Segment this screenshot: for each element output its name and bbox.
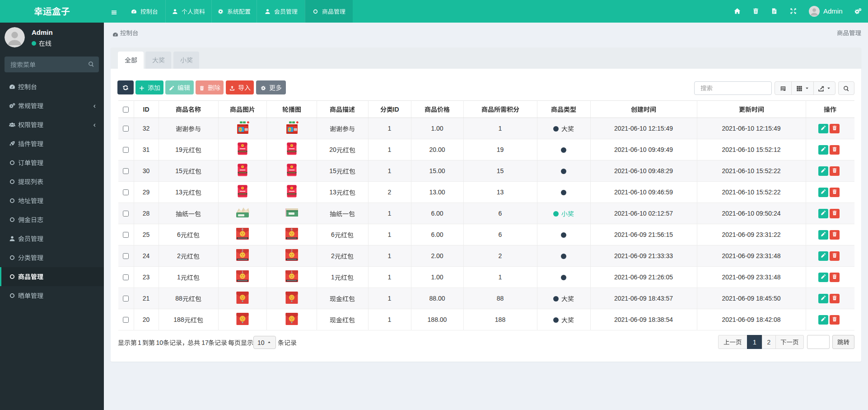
- svg-text:1: 1: [291, 270, 293, 273]
- svg-text:6: 6: [291, 228, 293, 231]
- svg-text:2: 2: [242, 249, 243, 252]
- svg-text:1: 1: [242, 270, 243, 273]
- svg-text:6: 6: [242, 228, 243, 231]
- svg-text:2: 2: [291, 249, 293, 252]
